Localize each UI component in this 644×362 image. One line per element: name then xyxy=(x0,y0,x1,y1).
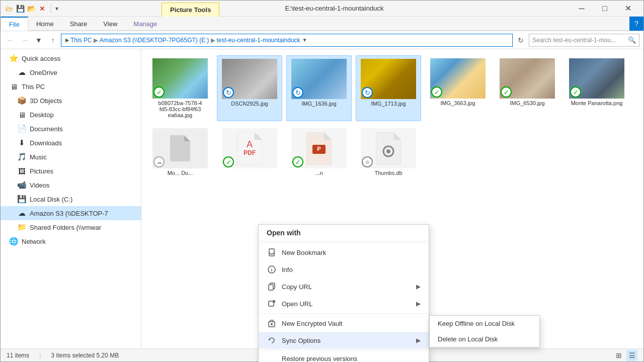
file-item-8[interactable]: ☁ Mo... Du... xyxy=(147,125,213,179)
forward-button[interactable]: → xyxy=(19,34,31,46)
file-item-10[interactable]: P ✓ ...n xyxy=(286,125,352,179)
pictures-icon: 🖼 xyxy=(17,166,27,176)
tab-file[interactable]: File xyxy=(1,17,28,31)
breadcrumb-this-pc[interactable]: This PC xyxy=(70,37,92,44)
refresh-button[interactable]: ↻ xyxy=(515,34,527,46)
ctx-divider-1 xyxy=(259,242,429,243)
svg-marker-1 xyxy=(184,135,190,141)
ctx-label-sync-options: Sync Options xyxy=(282,337,320,344)
svg-marker-11 xyxy=(393,132,401,140)
breadcrumb-end-dropdown[interactable]: ▼ xyxy=(302,37,307,43)
ctx-item-sync-options[interactable]: Sync Options ▶ xyxy=(259,332,429,349)
ctx-label-new-bookmark: New Bookmark xyxy=(282,249,326,256)
ctx-item-open-url[interactable]: Open URL ▶ xyxy=(259,295,429,312)
breadcrumb-current[interactable]: test-eu-central-1-mountainduck xyxy=(217,37,300,44)
breadcrumb[interactable]: ▶ This PC ▶ Amazon S3 (\\DESKTOP-7PG65GT… xyxy=(61,34,513,47)
tab-share[interactable]: Share xyxy=(62,17,96,31)
sidebar-item-videos[interactable]: 📹 Videos xyxy=(1,178,141,192)
submenu-item-keep-offline[interactable]: Keep Offline on Local Disk xyxy=(430,316,539,331)
sidebar-item-documents[interactable]: 📄 Documents xyxy=(1,122,141,136)
sidebar-label-pictures: Pictures xyxy=(30,167,53,175)
sync-badge-5: ✓ xyxy=(431,86,442,98)
sidebar-item-network[interactable]: 🌐 Network xyxy=(1,234,141,248)
recent-locations-button[interactable]: ▼ xyxy=(33,34,45,46)
submenu: Keep Offline on Local Disk Delete on Loc… xyxy=(429,315,540,347)
svg-marker-3 xyxy=(255,132,262,140)
statusbar-separator: | xyxy=(39,352,41,359)
file-name-11: Thumbs.db xyxy=(374,170,402,176)
file-thumb-5: ✓ xyxy=(430,58,486,99)
sidebar-item-music[interactable]: 🎵 Music xyxy=(1,150,141,164)
sidebar-label-shared-folders: Shared Folders (\\vmwar xyxy=(30,224,101,231)
detail-view-button[interactable]: ☰ xyxy=(626,350,637,361)
shared-folders-icon: 📁 xyxy=(17,222,27,232)
submenu-item-delete-local[interactable]: Delete on Local Disk xyxy=(430,331,539,347)
sidebar-label-documents: Documents xyxy=(30,125,63,133)
file-item-5[interactable]: ✓ IMG_3663.jpg xyxy=(425,55,491,121)
file-item-7[interactable]: ✓ Monte Panarotta.png xyxy=(564,55,629,121)
tab-view[interactable]: View xyxy=(95,17,125,31)
address-bar: ← → ▼ ↑ ▶ This PC ▶ Amazon S3 (\\DESKTOP… xyxy=(1,31,643,49)
sidebar-label-music: Music xyxy=(30,153,47,161)
svg-text:PDF: PDF xyxy=(244,149,256,156)
file-grid: ✓ b08072ba-7578-4fd5-83cc-bf84f63ea6aa.j… xyxy=(147,55,637,179)
close-button[interactable]: ✕ xyxy=(616,1,639,17)
help-button[interactable]: ? xyxy=(629,17,643,31)
svg-text:i: i xyxy=(271,267,273,273)
ctx-item-info[interactable]: i Info xyxy=(259,261,429,278)
sidebar-label-amazon-s3: Amazon S3 (\\DESKTOP-7 xyxy=(30,210,108,217)
titlebar-separator xyxy=(51,4,51,13)
sidebar-item-onedrive[interactable]: ☁ OneDrive xyxy=(1,65,141,79)
file-item-4[interactable]: ↻ IMG_1713.jpg xyxy=(356,55,421,121)
file-item-11[interactable]: ⊘ Thumbs.db xyxy=(356,125,421,179)
sidebar-item-local-disk[interactable]: 💾 Local Disk (C:) xyxy=(1,192,141,206)
sidebar-item-amazon-s3[interactable]: ☁ Amazon S3 (\\DESKTOP-7 xyxy=(1,206,141,220)
svg-rect-18 xyxy=(269,285,273,290)
file-item-9[interactable]: PDF A ✓ xyxy=(217,125,282,179)
search-icon[interactable]: 🔍 xyxy=(628,36,636,44)
minimize-button[interactable]: ─ xyxy=(570,1,593,17)
picture-tools-label: Picture Tools xyxy=(170,6,211,14)
maximize-button[interactable]: □ xyxy=(593,1,616,17)
sidebar-item-3d-objects[interactable]: 📦 3D Objects xyxy=(1,94,141,108)
back-button[interactable]: ← xyxy=(5,34,17,46)
sidebar: ⭐ Quick access ☁ OneDrive 🖥 This PC 📦 3D… xyxy=(1,49,141,348)
ctx-item-restore[interactable]: Restore previous versions xyxy=(259,351,429,362)
folder2-icon: 📂 xyxy=(27,4,36,13)
sidebar-item-pictures[interactable]: 🖼 Pictures xyxy=(1,164,141,178)
ctx-item-new-bookmark[interactable]: New Bookmark xyxy=(259,244,429,261)
picture-tools-tab[interactable]: Picture Tools xyxy=(162,3,219,17)
icon-view-button[interactable]: ⊞ xyxy=(613,350,624,361)
music-icon: 🎵 xyxy=(17,152,27,162)
sidebar-item-desktop[interactable]: 🖥 Desktop xyxy=(1,108,141,122)
local-disk-icon: 💾 xyxy=(17,194,27,204)
sidebar-item-shared-folders[interactable]: 📁 Shared Folders (\\vmwar xyxy=(1,220,141,234)
breadcrumb-sep-1: ▶ xyxy=(94,37,98,44)
ctx-label-copy-url: Copy URL xyxy=(282,283,312,291)
submenu-label-delete-local: Delete on Local Disk xyxy=(438,335,498,343)
sidebar-item-downloads[interactable]: ⬇ Downloads xyxy=(1,136,141,150)
file-name-8: Mo... Du... xyxy=(168,170,193,176)
file-item-6[interactable]: ✓ IMG_6530.jpg xyxy=(495,55,560,121)
sync-badge-1: ✓ xyxy=(153,86,165,98)
up-button[interactable]: ↑ xyxy=(47,34,59,46)
file-thumb-9: PDF A ✓ xyxy=(222,128,277,168)
sidebar-item-quick-access[interactable]: ⭐ Quick access xyxy=(1,51,141,65)
file-thumb-11: ⊘ xyxy=(361,128,416,168)
tab-home[interactable]: Home xyxy=(28,17,62,31)
titlebar-close-x-icon: ✕ xyxy=(38,4,47,13)
file-item-2[interactable]: ↻ DSCN2925.jpg xyxy=(217,55,282,121)
sync-badge-10: ✓ xyxy=(292,156,303,167)
item-count: 11 items xyxy=(7,352,29,359)
ctx-item-copy-url[interactable]: Copy URL ▶ xyxy=(259,278,429,295)
file-item-3[interactable]: ↻ IMG_1636.jpg xyxy=(286,55,352,121)
search-box[interactable]: Search test-eu-central-1-mou... 🔍 xyxy=(529,34,639,47)
titlebar-dropdown-icon[interactable]: ▾ xyxy=(55,5,58,12)
breadcrumb-amazon-s3[interactable]: Amazon S3 (\\DESKTOP-7PG65GT) (E:) xyxy=(100,37,209,44)
file-item-1[interactable]: ✓ b08072ba-7578-4fd5-83cc-bf84f63ea6aa.j… xyxy=(147,55,213,121)
ctx-item-new-vault[interactable]: New Encrypted Vault xyxy=(259,315,429,332)
sync-badge-6: ✓ xyxy=(501,86,512,98)
sync-badge-11: ⊘ xyxy=(362,156,373,167)
tab-manage[interactable]: Manage xyxy=(125,17,165,31)
sidebar-item-this-pc[interactable]: 🖥 This PC xyxy=(1,79,141,94)
